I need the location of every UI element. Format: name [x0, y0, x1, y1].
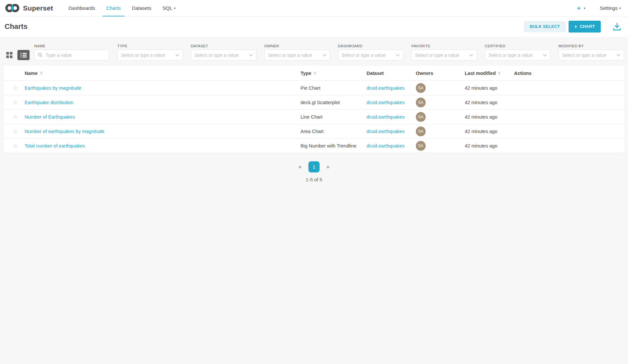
sort-icon: [40, 71, 43, 75]
column-header-type[interactable]: Type: [301, 71, 367, 76]
import-charts-button[interactable]: [613, 22, 621, 31]
next-page-button[interactable]: »: [326, 164, 329, 170]
filter-label: DATASET: [191, 44, 257, 48]
table-header-row: Name Type Dataset Owners Last modified A…: [4, 66, 624, 81]
favorite-select[interactable]: Select or type a value: [411, 50, 477, 60]
list-view-icon: [20, 52, 27, 58]
nav-charts[interactable]: Charts: [101, 0, 126, 16]
chart-name-link[interactable]: Total number of earthquakes: [25, 143, 85, 148]
previous-page-button[interactable]: «: [299, 164, 302, 170]
dataset-link[interactable]: druid.earthquakes: [367, 143, 405, 148]
filter-label: FAVORITE: [411, 44, 477, 48]
bulk-select-button[interactable]: BULK SELECT: [524, 21, 566, 32]
favorite-star-icon[interactable]: ☆: [12, 128, 18, 134]
top-navbar: Superset Dashboards Charts Datasets SQL …: [0, 0, 628, 16]
page-1-button[interactable]: 1: [308, 161, 320, 172]
favorite-star-icon[interactable]: ☆: [12, 143, 18, 149]
add-chart-button[interactable]: + CHART: [569, 21, 601, 33]
filter-certified: CERTIFIED Select or type a value: [485, 44, 550, 60]
chart-type: Pie Chart: [301, 85, 367, 91]
page-header: Charts BULK SELECT + CHART: [0, 16, 628, 37]
card-view-button[interactable]: [6, 52, 13, 58]
certified-select[interactable]: Select or type a value: [485, 50, 550, 60]
dataset-link[interactable]: druid.earthquakes: [367, 114, 405, 120]
column-header-owners: Owners: [416, 71, 465, 76]
filter-label: CERTIFIED: [485, 44, 550, 48]
favorite-star-icon[interactable]: ☆: [12, 100, 18, 105]
last-modified: 42 minutes ago: [465, 100, 514, 105]
chevron-down-icon: [175, 54, 179, 57]
nav-sql[interactable]: SQL ▾: [157, 0, 181, 16]
table-row: ☆ Earthquake distribution deck.gl Scatte…: [4, 95, 624, 110]
last-modified: 42 minutes ago: [465, 85, 514, 91]
owner-avatar: SA: [416, 98, 426, 107]
type-select[interactable]: Select or type a value: [117, 50, 183, 60]
filter-label: DASHBOARD: [338, 44, 404, 48]
dataset-link[interactable]: druid.earthquakes: [367, 129, 405, 134]
pagination: « 1 »: [4, 161, 624, 172]
list-view-button[interactable]: [17, 50, 30, 60]
grid-view-icon: [6, 52, 13, 58]
chart-type: Line Chart: [301, 114, 367, 120]
table-row: ☆ Total number of earthquakes Big Number…: [4, 139, 624, 153]
filter-name: NAME: [34, 44, 109, 60]
name-search-input[interactable]: [45, 52, 106, 58]
chart-name-link[interactable]: Number of earthquakes by magnitude: [25, 129, 104, 134]
column-header-name[interactable]: Name: [25, 71, 301, 76]
page-title: Charts: [5, 22, 28, 31]
plus-icon: +: [577, 5, 581, 12]
filters-bar: NAME TYPE Select or type a value: [34, 44, 624, 60]
last-modified: 42 minutes ago: [465, 114, 514, 120]
superset-logo[interactable]: Superset: [5, 0, 53, 16]
settings-menu[interactable]: Settings ▾: [600, 5, 621, 11]
favorite-star-icon[interactable]: ☆: [12, 85, 18, 91]
dataset-link[interactable]: druid.earthquakes: [367, 100, 405, 105]
plus-icon: +: [574, 24, 577, 29]
table-row: ☆ Number of earthquakes by magnitude Are…: [4, 124, 624, 139]
charts-list-content: NAME TYPE Select or type a value: [0, 37, 628, 182]
chart-type: deck.gl Scatterplot: [301, 100, 367, 105]
list-controls: NAME TYPE Select or type a value: [4, 44, 624, 60]
chevron-down-icon: [396, 54, 400, 57]
owner-avatar: SA: [416, 126, 426, 136]
sort-icon: [314, 71, 316, 75]
chevron-down-icon: [323, 54, 326, 57]
last-modified: 42 minutes ago: [465, 129, 514, 134]
main-nav: Dashboards Charts Datasets SQL ▾: [63, 0, 181, 16]
name-search-field[interactable]: [34, 50, 109, 60]
chevron-down-icon: [469, 54, 473, 57]
dataset-link[interactable]: druid.earthquakes: [367, 85, 405, 91]
filter-favorite: FAVORITE Select or type a value: [411, 44, 477, 60]
nav-dashboards[interactable]: Dashboards: [63, 0, 101, 16]
table-row: ☆ Number of Earthquakes Line Chart druid…: [4, 110, 624, 124]
chevron-down-icon: [543, 54, 547, 57]
navbar-right: + ▾ Settings ▾: [577, 0, 623, 16]
column-header-last-modified[interactable]: Last modified: [465, 71, 514, 76]
modified-by-select[interactable]: Select or type a value: [558, 50, 624, 60]
chart-type: Area Chart: [301, 129, 367, 134]
nav-datasets[interactable]: Datasets: [126, 0, 157, 16]
column-header-dataset: Dataset: [367, 71, 416, 76]
dataset-select[interactable]: Select or type a value: [191, 50, 257, 60]
new-item-menu[interactable]: + ▾: [577, 5, 586, 12]
chevron-down-icon: [617, 54, 620, 57]
brand-name: Superset: [23, 4, 53, 12]
filter-label: MODIFIED BY: [558, 44, 624, 48]
filter-owner: OWNER Select or type a value: [264, 44, 330, 60]
owner-select[interactable]: Select or type a value: [264, 50, 330, 60]
favorite-star-icon[interactable]: ☆: [12, 114, 18, 120]
chart-type: Big Number with Trendline: [301, 143, 367, 148]
chevron-down-icon: [249, 54, 253, 57]
filter-dataset: DATASET Select or type a value: [191, 44, 257, 60]
dashboard-select[interactable]: Select or type a value: [338, 50, 404, 60]
last-modified: 42 minutes ago: [465, 143, 514, 148]
chart-name-link[interactable]: Earthquake distribution: [25, 100, 73, 105]
chevron-down-icon: ▾: [584, 7, 586, 10]
view-mode-toggles: [4, 50, 33, 60]
chart-name-link[interactable]: Number of Earthquakes: [25, 114, 75, 120]
filter-modified-by: MODIFIED BY Select or type a value: [558, 44, 624, 60]
owner-avatar: SA: [416, 112, 426, 122]
chart-name-link[interactable]: Earthquakes by magnitude: [25, 85, 81, 91]
filter-label: OWNER: [264, 44, 330, 48]
column-header-actions: Actions: [514, 71, 624, 76]
